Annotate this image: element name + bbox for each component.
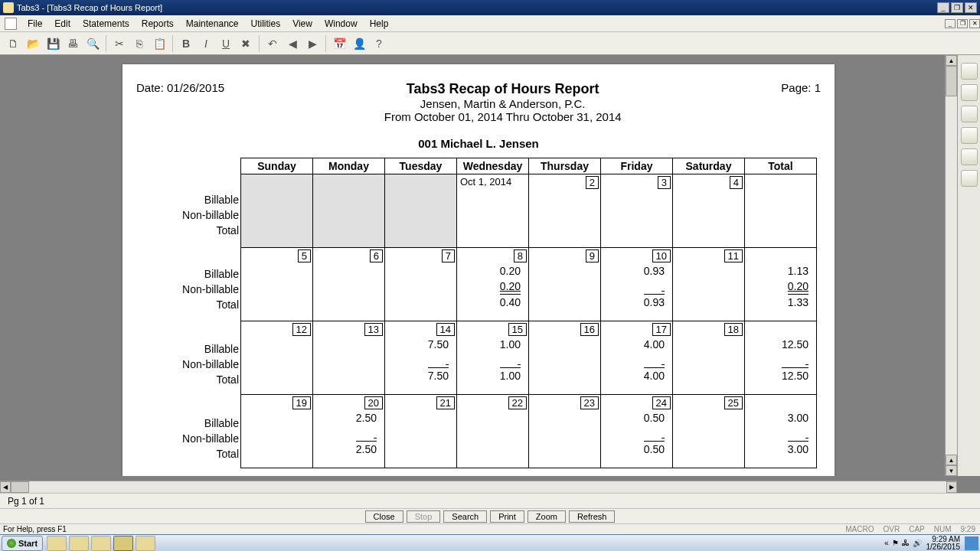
scroll-thumb[interactable]: [946, 66, 957, 96]
toolbar: 🗋 📂 💾 🖶 🔍 ✂ ⎘ 📋 B I U ✖ ↶ ◀ ▶ 📅 👤 ?: [0, 32, 980, 55]
calendar-cell: 18: [673, 321, 745, 395]
bold-icon[interactable]: B: [178, 35, 194, 52]
report-date: Date: 01/26/2015: [136, 81, 224, 123]
strike-icon[interactable]: ✖: [237, 35, 254, 52]
underline-icon[interactable]: U: [217, 35, 234, 52]
calendar-icon[interactable]: 📅: [331, 35, 348, 52]
copy-icon[interactable]: ⎘: [131, 35, 148, 52]
menu-view[interactable]: View: [286, 17, 318, 31]
start-button[interactable]: Start: [2, 536, 43, 551]
scroll-down-icon[interactable]: ▼: [946, 465, 957, 476]
col-wednesday: Wednesday: [457, 158, 529, 174]
scroll-split-up-icon[interactable]: ▲: [946, 455, 957, 465]
tray-chevron-icon[interactable]: «: [884, 539, 889, 547]
calendar-cell: 22: [457, 395, 529, 468]
menu-file[interactable]: File: [21, 17, 48, 31]
col-sunday: Sunday: [241, 158, 313, 174]
taskbar-item-1[interactable]: [47, 536, 67, 551]
page-number: Page: 1: [781, 81, 821, 123]
menu-window[interactable]: Window: [318, 17, 364, 31]
tray-volume-icon[interactable]: 🔊: [913, 539, 922, 547]
side-btn-2[interactable]: [961, 84, 978, 101]
report-page: Date: 01/26/2015 Tabs3 Recap of Hours Re…: [122, 64, 835, 476]
scroll-left-icon[interactable]: ◀: [0, 481, 11, 493]
row-label-group: BillableNon-billableTotal: [182, 341, 239, 387]
italic-icon[interactable]: I: [198, 35, 214, 52]
new-icon[interactable]: 🗋: [5, 35, 21, 52]
side-btn-4[interactable]: [961, 127, 978, 144]
scroll-right-icon[interactable]: ▶: [946, 481, 957, 493]
user-icon[interactable]: 👤: [351, 35, 368, 52]
taskbar-item-2[interactable]: [69, 536, 89, 551]
col-tuesday: Tuesday: [385, 158, 457, 174]
app-icon: [3, 2, 14, 13]
taskbar-clock[interactable]: 9:29 AM 1/26/2015: [926, 536, 964, 551]
system-tray[interactable]: « ⚑ 🖧 🔊: [880, 539, 926, 547]
taskbar-item-4[interactable]: [113, 536, 133, 551]
taskbar-item-3[interactable]: [91, 536, 111, 551]
forward-icon[interactable]: ▶: [304, 35, 321, 52]
print-icon[interactable]: 🖶: [64, 35, 81, 52]
calendar-cell: [745, 174, 817, 248]
cut-icon[interactable]: ✂: [111, 35, 128, 52]
page-status-row: Pg 1 of 1: [0, 493, 980, 508]
taskbar: Start « ⚑ 🖧 🔊 9:29 AM 1/26/2015: [0, 534, 980, 551]
calendar-cell: 240.50 0.50: [601, 395, 673, 468]
side-btn-6[interactable]: [961, 170, 978, 187]
find-icon[interactable]: 🔍: [84, 35, 101, 52]
menu-bar: FileEditStatementsReportsMaintenanceUtil…: [0, 15, 980, 32]
button-row: Close Stop Search Print Zoom Refresh: [0, 508, 980, 523]
maximize-button[interactable]: ❐: [951, 2, 963, 13]
paste-icon[interactable]: 📋: [151, 35, 168, 52]
menu-utilities[interactable]: Utilities: [244, 17, 286, 31]
minimize-button[interactable]: _: [937, 2, 949, 13]
stop-button[interactable]: Stop: [407, 510, 441, 523]
menu-help[interactable]: Help: [364, 17, 395, 31]
calendar-cell: 9: [529, 248, 601, 321]
scroll-up-icon[interactable]: ▲: [946, 55, 957, 66]
menu-maintenance[interactable]: Maintenance: [180, 17, 245, 31]
employee-name: 001 Michael L. Jensen: [136, 137, 821, 150]
menu-reports[interactable]: Reports: [136, 17, 180, 31]
mdi-restore[interactable]: ❐: [957, 19, 968, 28]
print-button[interactable]: Print: [490, 510, 524, 523]
col-thursday: Thursday: [529, 158, 601, 174]
open-icon[interactable]: 📂: [24, 35, 41, 52]
hscroll-thumb[interactable]: [11, 481, 29, 493]
search-button[interactable]: Search: [443, 510, 487, 523]
back-icon[interactable]: ◀: [284, 35, 301, 52]
menu-edit[interactable]: Edit: [48, 17, 77, 31]
side-btn-3[interactable]: [961, 106, 978, 122]
window-title: Tabs3 - [Tabs3 Recap of Hours Report]: [17, 3, 162, 12]
calendar-cell: 147.50 7.50: [385, 321, 457, 395]
calendar-cell: [313, 174, 385, 248]
start-orb-icon: [7, 539, 16, 548]
taskbar-item-5[interactable]: [136, 536, 155, 551]
mdi-minimize[interactable]: _: [945, 19, 956, 28]
menu-statements[interactable]: Statements: [77, 17, 136, 31]
calendar-cell: 7: [385, 248, 457, 321]
tray-network-icon[interactable]: 🖧: [902, 539, 910, 547]
document-icon: [5, 18, 17, 30]
mdi-close[interactable]: ✕: [969, 19, 980, 28]
zoom-button[interactable]: Zoom: [528, 510, 566, 523]
tray-flag-icon[interactable]: ⚑: [892, 539, 899, 547]
row-label-group: BillableNon-billableTotal: [182, 416, 239, 461]
vertical-scrollbar[interactable]: ▲ ▲ ▼: [945, 55, 957, 476]
horizontal-scrollbar[interactable]: ◀ ▶: [0, 481, 957, 493]
calendar-cell: 3.00 3.00: [745, 395, 817, 468]
status-cap: CAP: [904, 525, 929, 533]
close-button[interactable]: ✕: [965, 2, 977, 13]
side-btn-5[interactable]: [961, 148, 978, 165]
undo-icon[interactable]: ↶: [264, 35, 281, 52]
calendar-cell: 12: [241, 321, 313, 395]
clock-date: 1/26/2015: [926, 543, 961, 551]
refresh-button[interactable]: Refresh: [569, 510, 616, 523]
help-icon[interactable]: ?: [371, 35, 387, 52]
report-title: Tabs3 Recap of Hours Report: [384, 81, 622, 97]
close-report-button[interactable]: Close: [365, 510, 403, 523]
calendar-cell: 100.93 0.93: [601, 248, 673, 321]
side-btn-1[interactable]: [961, 63, 978, 80]
save-icon[interactable]: 💾: [44, 35, 61, 52]
show-desktop-button[interactable]: [965, 536, 978, 550]
